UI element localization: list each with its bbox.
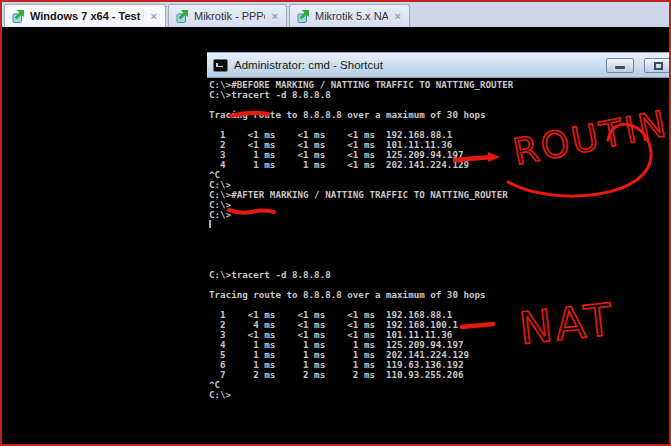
console-output[interactable]: C:\>#BEFORE MARKING / NATTING TRAFFIC TO… [207, 78, 671, 444]
console-cursor [209, 220, 211, 228]
cmd-icon [213, 59, 228, 72]
vm-display[interactable]: Administrator: cmd - Shortcut C:\>#BEFOR… [2, 27, 669, 444]
tab-close-icon[interactable]: × [270, 10, 280, 23]
cmd-window[interactable]: Administrator: cmd - Shortcut C:\>#BEFOR… [207, 52, 671, 444]
tab-windows7-test-client[interactable]: Windows 7 x64 - Test Client × [4, 4, 166, 27]
tab-bar: Windows 7 x64 - Test Client × Mikrotik -… [2, 2, 669, 27]
window-title: Administrator: cmd - Shortcut [234, 59, 383, 71]
vm-icon [176, 10, 189, 23]
vm-icon [297, 10, 310, 23]
tab-mikrotik-pppoe[interactable]: Mikrotik - PPPoE × [168, 4, 287, 27]
tab-mikrotik-natting[interactable]: Mikrotik 5.x NATTING × [289, 4, 410, 27]
cmd-titlebar[interactable]: Administrator: cmd - Shortcut [207, 52, 671, 78]
tab-close-icon[interactable]: × [149, 10, 159, 23]
minimize-button[interactable] [606, 58, 634, 73]
maximize-button[interactable] [644, 58, 671, 73]
tab-close-icon[interactable]: × [393, 10, 403, 23]
tab-label: Mikrotik - PPPoE [194, 10, 265, 22]
vm-icon [12, 10, 25, 23]
tab-label: Windows 7 x64 - Test Client [30, 10, 144, 22]
tab-label: Mikrotik 5.x NATTING [315, 10, 388, 22]
